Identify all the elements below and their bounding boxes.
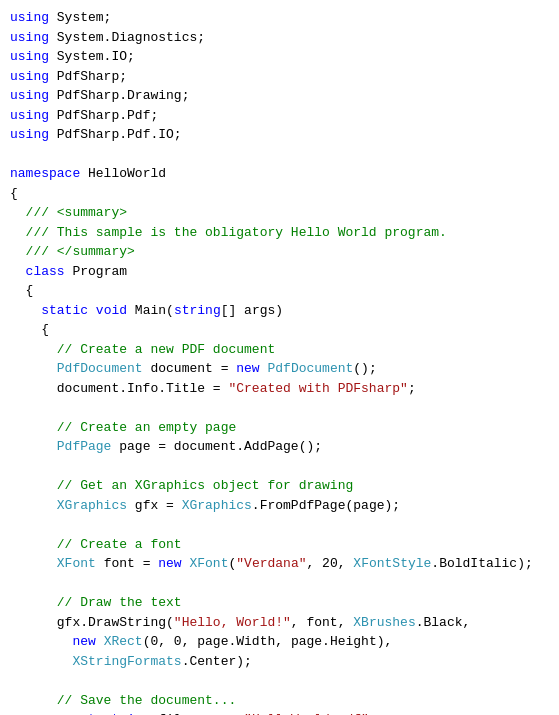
- code-line: [10, 574, 549, 594]
- code-line: using PdfSharp.Drawing;: [10, 86, 549, 106]
- code-line: document.Info.Title = "Created with PDFs…: [10, 379, 549, 399]
- code-line: XStringFormats.Center);: [10, 652, 549, 672]
- code-line: new XRect(0, 0, page.Width, page.Height)…: [10, 632, 549, 652]
- code-line: class Program: [10, 262, 549, 282]
- code-line: using PdfSharp;: [10, 67, 549, 87]
- code-line: using PdfSharp.Pdf;: [10, 106, 549, 126]
- code-line: namespace HelloWorld: [10, 164, 549, 184]
- code-line: using System.IO;: [10, 47, 549, 67]
- code-line: {: [10, 184, 549, 204]
- code-line: [10, 671, 549, 691]
- code-line: [10, 457, 549, 477]
- code-line: /// </summary>: [10, 242, 549, 262]
- code-line: static void Main(string[] args): [10, 301, 549, 321]
- code-line: /// <summary>: [10, 203, 549, 223]
- code-line: // Create an empty page: [10, 418, 549, 438]
- code-line: // Save the document...: [10, 691, 549, 711]
- code-line: // Draw the text: [10, 593, 549, 613]
- code-line: PdfPage page = document.AddPage();: [10, 437, 549, 457]
- code-line: using System;: [10, 8, 549, 28]
- code-line: XFont font = new XFont("Verdana", 20, XF…: [10, 554, 549, 574]
- code-line: /// This sample is the obligatory Hello …: [10, 223, 549, 243]
- code-line: using System.Diagnostics;: [10, 28, 549, 48]
- code-line: gfx.DrawString("Hello, World!", font, XB…: [10, 613, 549, 633]
- code-line: XGraphics gfx = XGraphics.FromPdfPage(pa…: [10, 496, 549, 516]
- code-line: // Create a new PDF document: [10, 340, 549, 360]
- code-line: // Get an XGraphics object for drawing: [10, 476, 549, 496]
- code-line: [10, 145, 549, 165]
- code-line: PdfDocument document = new PdfDocument()…: [10, 359, 549, 379]
- code-line: [10, 398, 549, 418]
- code-line: {: [10, 281, 549, 301]
- code-line: const string filename = "HelloWorld.pdf"…: [10, 710, 549, 715]
- code-line: {: [10, 320, 549, 340]
- code-line: [10, 515, 549, 535]
- code-line: using PdfSharp.Pdf.IO;: [10, 125, 549, 145]
- code-editor: using System;using System.Diagnostics;us…: [0, 0, 559, 715]
- code-line: // Create a font: [10, 535, 549, 555]
